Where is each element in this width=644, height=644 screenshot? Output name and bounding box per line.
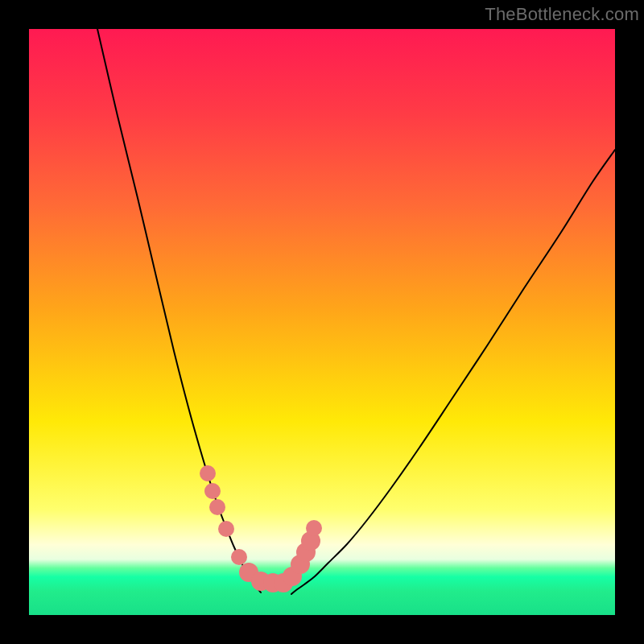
chart-frame: TheBottleneck.com xyxy=(0,0,644,644)
data-dot xyxy=(204,483,221,499)
watermark-text: TheBottleneck.com xyxy=(485,4,639,25)
curve-right-curve xyxy=(291,150,615,594)
dots-group xyxy=(200,465,322,592)
data-dot xyxy=(218,521,234,537)
curve-left-curve xyxy=(97,29,261,592)
plot-area xyxy=(29,29,615,615)
chart-svg xyxy=(29,29,615,615)
data-dot xyxy=(306,520,322,536)
data-dot xyxy=(209,499,225,515)
data-dot xyxy=(200,465,216,481)
data-dot xyxy=(231,549,247,565)
curves-group xyxy=(97,29,615,594)
